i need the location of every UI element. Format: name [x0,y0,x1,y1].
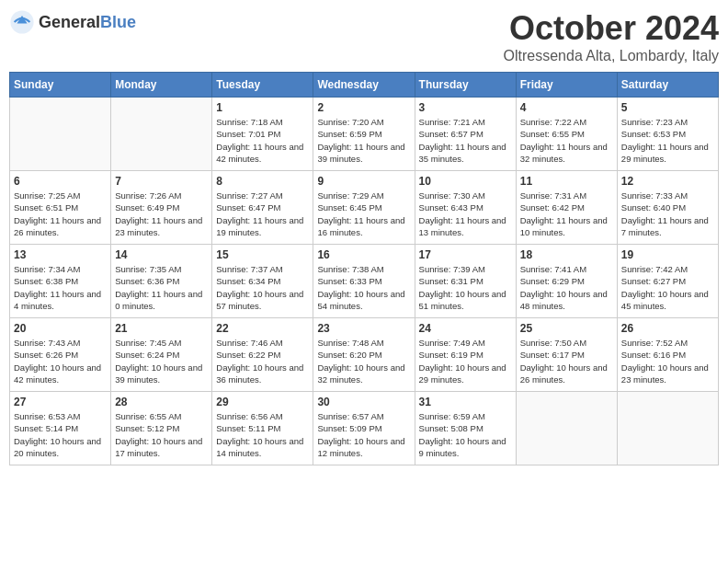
day-cell: 16Sunrise: 7:38 AMSunset: 6:33 PMDayligh… [313,245,415,318]
day-info: Sunrise: 6:56 AMSunset: 5:11 PMDaylight:… [216,410,309,459]
day-cell: 12Sunrise: 7:33 AMSunset: 6:40 PMDayligh… [617,171,718,245]
day-info: Sunrise: 7:23 AMSunset: 6:53 PMDaylight:… [621,116,714,165]
day-info: Sunrise: 7:29 AMSunset: 6:45 PMDaylight:… [317,190,410,238]
day-number: 10 [419,175,512,188]
day-info: Sunrise: 6:55 AMSunset: 5:12 PMDaylight:… [115,410,208,459]
day-number: 29 [216,396,309,408]
day-cell: 1Sunrise: 7:18 AMSunset: 7:01 PMDaylight… [212,98,313,171]
day-cell: 2Sunrise: 7:20 AMSunset: 6:59 PMDaylight… [313,98,415,171]
day-info: Sunrise: 7:25 AMSunset: 6:51 PMDaylight:… [14,190,107,238]
day-cell: 26Sunrise: 7:52 AMSunset: 6:16 PMDayligh… [617,318,718,392]
day-info: Sunrise: 7:35 AMSunset: 6:36 PMDaylight:… [115,263,208,312]
month-title: October 2024 [504,9,719,48]
logo: GeneralBlue [9,9,136,35]
day-cell: 24Sunrise: 7:49 AMSunset: 6:19 PMDayligh… [415,318,516,392]
day-info: Sunrise: 7:50 AMSunset: 6:17 PMDaylight:… [520,337,613,385]
day-info: Sunrise: 7:30 AMSunset: 6:43 PMDaylight:… [419,190,512,238]
day-info: Sunrise: 7:34 AMSunset: 6:38 PMDaylight:… [14,263,107,312]
day-number: 1 [216,101,309,114]
day-number: 12 [621,175,714,188]
day-number: 28 [115,396,208,408]
day-cell: 29Sunrise: 6:56 AMSunset: 5:11 PMDayligh… [212,392,313,465]
day-info: Sunrise: 7:52 AMSunset: 6:16 PMDaylight:… [621,337,714,385]
day-info: Sunrise: 7:46 AMSunset: 6:22 PMDaylight:… [216,337,309,385]
week-row-3: 13Sunrise: 7:34 AMSunset: 6:38 PMDayligh… [10,245,719,318]
day-cell: 18Sunrise: 7:41 AMSunset: 6:29 PMDayligh… [516,245,617,318]
day-cell: 27Sunrise: 6:53 AMSunset: 5:14 PMDayligh… [10,392,111,465]
weekday-header-tuesday: Tuesday [212,73,313,98]
day-info: Sunrise: 7:18 AMSunset: 7:01 PMDaylight:… [216,116,309,165]
day-number: 30 [317,396,410,408]
day-cell: 20Sunrise: 7:43 AMSunset: 6:26 PMDayligh… [10,318,111,392]
day-cell: 21Sunrise: 7:45 AMSunset: 6:24 PMDayligh… [111,318,212,392]
day-info: Sunrise: 7:27 AMSunset: 6:47 PMDaylight:… [216,190,309,238]
week-row-1: 1Sunrise: 7:18 AMSunset: 7:01 PMDaylight… [10,98,719,171]
day-number: 7 [115,175,208,188]
day-info: Sunrise: 7:39 AMSunset: 6:31 PMDaylight:… [419,263,512,312]
day-number: 19 [621,248,714,261]
day-number: 14 [115,248,208,261]
weekday-header-sunday: Sunday [10,73,111,98]
day-info: Sunrise: 7:38 AMSunset: 6:33 PMDaylight:… [317,263,410,312]
day-cell: 15Sunrise: 7:37 AMSunset: 6:34 PMDayligh… [212,245,313,318]
day-info: Sunrise: 6:59 AMSunset: 5:08 PMDaylight:… [419,410,512,459]
day-number: 4 [520,101,613,114]
day-number: 6 [14,175,107,188]
day-cell: 28Sunrise: 6:55 AMSunset: 5:12 PMDayligh… [111,392,212,465]
day-info: Sunrise: 7:49 AMSunset: 6:19 PMDaylight:… [419,337,512,385]
day-info: Sunrise: 7:42 AMSunset: 6:27 PMDaylight:… [621,263,714,312]
day-info: Sunrise: 7:45 AMSunset: 6:24 PMDaylight:… [115,337,208,385]
logo-icon [9,9,35,35]
day-number: 11 [520,175,613,188]
day-number: 22 [216,322,309,335]
day-number: 18 [520,248,613,261]
day-cell: 14Sunrise: 7:35 AMSunset: 6:36 PMDayligh… [111,245,212,318]
day-number: 26 [621,322,714,335]
day-number: 15 [216,248,309,261]
day-cell: 19Sunrise: 7:42 AMSunset: 6:27 PMDayligh… [617,245,718,318]
day-number: 8 [216,175,309,188]
day-info: Sunrise: 7:22 AMSunset: 6:55 PMDaylight:… [520,116,613,165]
day-cell: 23Sunrise: 7:48 AMSunset: 6:20 PMDayligh… [313,318,415,392]
day-number: 3 [419,101,512,114]
day-info: Sunrise: 7:43 AMSunset: 6:26 PMDaylight:… [14,337,107,385]
day-cell: 30Sunrise: 6:57 AMSunset: 5:09 PMDayligh… [313,392,415,465]
weekday-header-thursday: Thursday [415,73,516,98]
weekday-header-wednesday: Wednesday [313,73,415,98]
day-info: Sunrise: 7:48 AMSunset: 6:20 PMDaylight:… [317,337,410,385]
day-cell: 3Sunrise: 7:21 AMSunset: 6:57 PMDaylight… [415,98,516,171]
day-cell: 6Sunrise: 7:25 AMSunset: 6:51 PMDaylight… [10,171,111,245]
day-info: Sunrise: 7:20 AMSunset: 6:59 PMDaylight:… [317,116,410,165]
day-number: 23 [317,322,410,335]
day-number: 21 [115,322,208,335]
day-number: 20 [14,322,107,335]
day-cell: 8Sunrise: 7:27 AMSunset: 6:47 PMDaylight… [212,171,313,245]
title-block: October 2024 Oltressenda Alta, Lombardy,… [504,9,719,64]
week-row-4: 20Sunrise: 7:43 AMSunset: 6:26 PMDayligh… [10,318,719,392]
day-cell: 7Sunrise: 7:26 AMSunset: 6:49 PMDaylight… [111,171,212,245]
day-number: 13 [14,248,107,261]
weekday-header-row: SundayMondayTuesdayWednesdayThursdayFrid… [10,73,719,98]
weekday-header-monday: Monday [111,73,212,98]
day-cell: 22Sunrise: 7:46 AMSunset: 6:22 PMDayligh… [212,318,313,392]
day-number: 16 [317,248,410,261]
day-cell: 11Sunrise: 7:31 AMSunset: 6:42 PMDayligh… [516,171,617,245]
day-info: Sunrise: 7:41 AMSunset: 6:29 PMDaylight:… [520,263,613,312]
day-cell [516,392,617,465]
day-info: Sunrise: 7:33 AMSunset: 6:40 PMDaylight:… [621,190,714,238]
week-row-2: 6Sunrise: 7:25 AMSunset: 6:51 PMDaylight… [10,171,719,245]
day-number: 2 [317,101,410,114]
day-number: 17 [419,248,512,261]
day-info: Sunrise: 7:21 AMSunset: 6:57 PMDaylight:… [419,116,512,165]
calendar-table: SundayMondayTuesdayWednesdayThursdayFrid… [9,72,719,465]
weekday-header-friday: Friday [516,73,617,98]
day-cell [111,98,212,171]
page-header: GeneralBlue October 2024 Oltressenda Alt… [9,9,719,64]
day-cell [617,392,718,465]
day-cell: 10Sunrise: 7:30 AMSunset: 6:43 PMDayligh… [415,171,516,245]
day-number: 24 [419,322,512,335]
day-info: Sunrise: 6:57 AMSunset: 5:09 PMDaylight:… [317,410,410,459]
day-number: 25 [520,322,613,335]
day-cell [10,98,111,171]
week-row-5: 27Sunrise: 6:53 AMSunset: 5:14 PMDayligh… [10,392,719,465]
